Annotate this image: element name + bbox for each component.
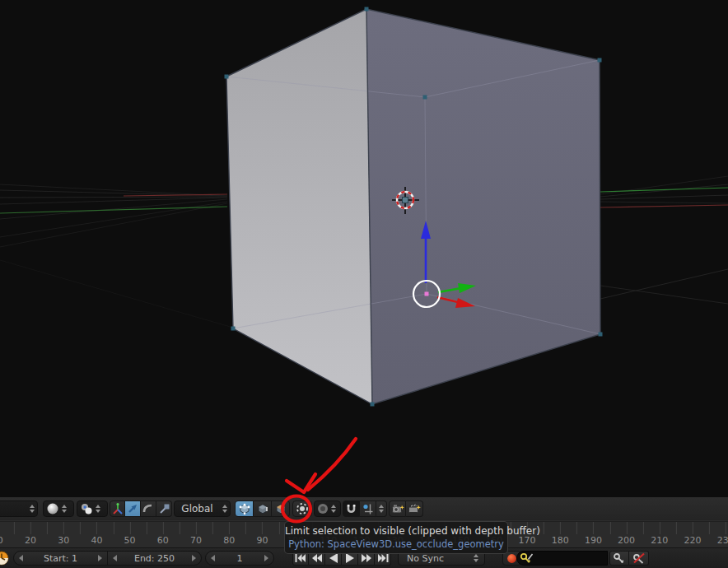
vertex-select-button[interactable]: [235, 500, 254, 517]
frame-number-label: 20: [25, 535, 36, 546]
increment-arrow-icon[interactable]: [192, 555, 196, 561]
end-frame-value: End: 250: [117, 553, 192, 564]
play-reverse-icon: [329, 553, 338, 563]
stepper-arrows-icon: [471, 554, 481, 562]
proportional-edit-dropdown[interactable]: [314, 500, 341, 517]
frame-number-label: 190: [585, 535, 602, 546]
rotate-arc-icon: [142, 502, 155, 515]
stepper-arrows-icon[interactable]: [93, 505, 103, 513]
blender-window: Global: [0, 0, 728, 568]
stepper-arrows-icon[interactable]: [59, 505, 69, 513]
translate-manipulator-button[interactable]: [125, 500, 141, 517]
opengl-render-anim-button[interactable]: [406, 500, 423, 517]
render-camera-icon: [391, 502, 404, 515]
snap-element-button[interactable]: [360, 500, 376, 517]
increment-arrow-icon[interactable]: [98, 555, 102, 561]
frame-number-label: 180: [552, 535, 569, 546]
edge-select-icon: [256, 502, 269, 515]
snap-group: [343, 500, 387, 517]
frame-number-label: 40: [91, 535, 102, 546]
play-icon: [345, 553, 355, 563]
viewport-3d[interactable]: [0, 0, 728, 497]
start-frame-value: Start: 1: [23, 553, 98, 564]
manipulator-toggle-button[interactable]: [110, 500, 125, 517]
start-frame-field[interactable]: Start: 1: [14, 552, 107, 565]
stepper-arrows-icon: [377, 505, 385, 513]
y-axis-line-right: [600, 188, 728, 192]
tooltip-python-hint: Python: SpaceView3D.use_occlude_geometry: [285, 538, 507, 550]
keying-set-key-icon: [520, 552, 534, 565]
snap-element-icon: [362, 503, 374, 515]
opengl-render-group: [389, 500, 423, 517]
stepper-arrows-icon[interactable]: [220, 505, 230, 513]
rotate-manipulator-button[interactable]: [141, 500, 156, 517]
mode-dropdown[interactable]: [0, 500, 38, 517]
render-clapper-icon: [408, 502, 421, 515]
snap-element-stepper[interactable]: [376, 500, 387, 517]
cursor-center-dot: [403, 198, 408, 203]
current-frame-field[interactable]: 1: [205, 551, 274, 566]
translate-arrow-icon: [126, 502, 139, 515]
frame-number-label: 30: [58, 535, 69, 546]
selected-vertex[interactable]: [425, 292, 429, 296]
frame-range-group: Start: 1 End: 250: [13, 551, 202, 566]
vertex-select-icon: [238, 502, 251, 515]
stepper-arrows-icon[interactable]: [27, 505, 37, 513]
timeline-editor-icon[interactable]: [0, 551, 12, 566]
frame-number-label: 60: [157, 535, 169, 546]
x-axis-line-right: [600, 205, 728, 207]
delete-keyframe-button[interactable]: [629, 551, 649, 566]
frame-number-label: 210: [651, 535, 668, 546]
tooltip: Limit selection to visible (clipped with…: [284, 521, 508, 554]
shading-sphere-icon: [46, 502, 59, 515]
end-frame-field[interactable]: End: 250: [107, 552, 201, 565]
scale-manipulator-button[interactable]: [156, 500, 172, 517]
frame-number-label: 50: [124, 535, 136, 546]
frame-number-label: 200: [618, 535, 635, 546]
keying-set-field[interactable]: [516, 551, 608, 566]
frame-number-label: 90: [256, 535, 268, 546]
orientation-label: Global: [175, 503, 220, 514]
face-select-button[interactable]: [272, 500, 290, 517]
frame-number-label: 70: [190, 535, 202, 546]
keyframe-buttons: [609, 551, 649, 566]
frame-number-label: 230: [717, 535, 728, 546]
snap-toggle-button[interactable]: [343, 500, 360, 517]
cube-mesh[interactable]: [225, 7, 603, 407]
opengl-render-still-button[interactable]: [389, 500, 406, 517]
manipulator-toggle-group: [110, 500, 172, 517]
view3d-header: Global: [0, 497, 728, 521]
cube-face-left: [226, 9, 372, 404]
rewind-icon: [311, 554, 323, 562]
occlude-geometry-icon: [296, 502, 309, 515]
sync-mode-label: No Sync: [407, 553, 471, 564]
frame-number-label: 10: [0, 535, 3, 546]
delete-key-icon: [632, 552, 646, 564]
snap-magnet-icon: [345, 503, 357, 515]
jump-end-icon: [377, 554, 389, 562]
viewport-shading-dropdown[interactable]: [43, 500, 74, 517]
select-mode-group: [235, 500, 290, 517]
fast-forward-icon: [361, 554, 372, 562]
stepper-arrows-icon[interactable]: [329, 505, 338, 513]
frame-number-label: 80: [223, 535, 235, 546]
frame-number-label: 220: [684, 535, 702, 546]
pivot-point-dropdown[interactable]: [77, 500, 108, 517]
limit-selection-to-visible-button[interactable]: [292, 500, 312, 517]
scale-handle-icon: [157, 502, 170, 515]
jump-start-icon: [295, 554, 306, 562]
increment-arrow-icon[interactable]: [264, 555, 268, 561]
insert-keyframe-button[interactable]: [609, 551, 629, 566]
face-select-icon: [274, 502, 287, 515]
tooltip-title: Limit selection to visible (clipped with…: [285, 525, 507, 537]
manipulator-axis-icon: [111, 502, 124, 515]
insert-key-icon: [613, 552, 626, 564]
current-frame-value: 1: [215, 553, 264, 564]
pivot-point-icon: [80, 502, 93, 515]
proportional-edit-icon: [317, 503, 329, 514]
edge-select-button[interactable]: [254, 500, 272, 517]
transform-orientation-dropdown[interactable]: Global: [174, 500, 231, 517]
viewport-scene: [0, 0, 728, 497]
